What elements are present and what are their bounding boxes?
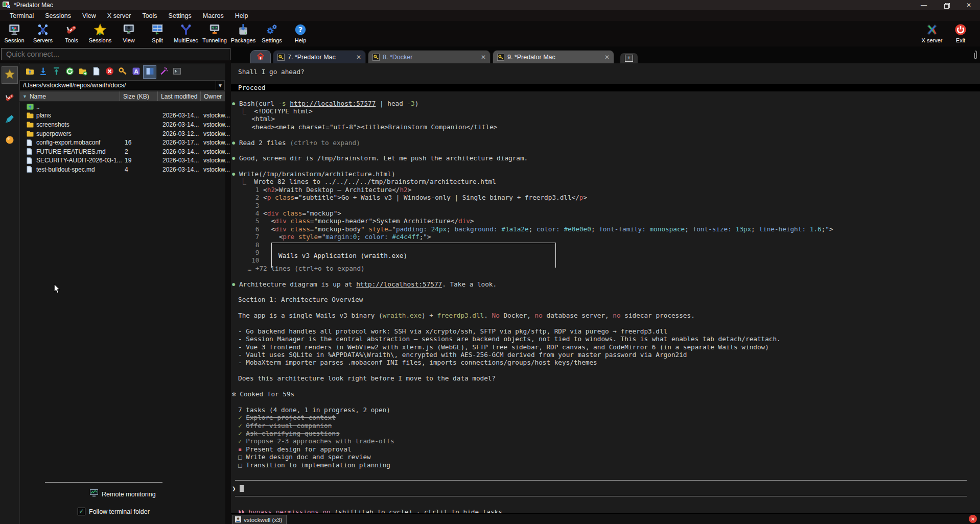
- file-size: 4: [125, 166, 128, 173]
- toolbar-settings-button[interactable]: Settings: [258, 21, 286, 46]
- menu-item-settings[interactable]: Settings: [163, 10, 197, 21]
- paperclip-icon[interactable]: [972, 50, 978, 62]
- terminal-line: □ Transition to implementation planning: [231, 461, 980, 469]
- file-row-screenshots[interactable]: screenshots2026-03-14...vstockw...: [19, 120, 225, 129]
- macros-pen-icon: [4, 117, 15, 126]
- toolbar-multiexec-button[interactable]: MultiExec: [172, 21, 200, 46]
- close-button[interactable]: ✕: [958, 0, 980, 10]
- follow-terminal-checkbox[interactable]: ✓: [78, 508, 85, 515]
- menu-item-macros[interactable]: Macros: [197, 10, 229, 21]
- multiexec-icon: [179, 22, 193, 37]
- terminal-line: 6 <div class="mockup-body" style="paddin…: [231, 225, 980, 233]
- toolbar-packages-button[interactable]: Packages: [229, 21, 258, 46]
- terminal-small-button[interactable]: [171, 66, 183, 78]
- toolbar-sessions-button[interactable]: Sessions: [86, 21, 114, 46]
- quick-connect-input[interactable]: [1, 48, 230, 60]
- toolbar-servers-button[interactable]: Servers: [29, 21, 57, 46]
- terminal-pane[interactable]: Shall I go ahead?Proceed⏺ Bash(curl -s h…: [231, 63, 980, 513]
- sidebar-item-tools[interactable]: [4, 92, 15, 105]
- minimize-button[interactable]: —: [913, 0, 935, 10]
- toolbar-exit-button[interactable]: Exit: [946, 21, 975, 46]
- path-input[interactable]: [20, 81, 216, 89]
- file-owner: vstockw...: [203, 130, 230, 137]
- file-row-test-buildout-spec-md[interactable]: test-buildout-spec.md42026-03-14...vstoc…: [19, 165, 225, 174]
- remote-monitoring-item[interactable]: Remote monitoring: [90, 489, 156, 499]
- terminal-line: [231, 304, 980, 312]
- file-row-plans[interactable]: plans2026-03-14...vstockw...: [19, 111, 225, 121]
- maximize-button[interactable]: [935, 0, 958, 10]
- tab-close-icon[interactable]: ✕: [474, 54, 486, 61]
- toolbar-label-x-server: X server: [922, 37, 943, 43]
- file-row-superpowers[interactable]: superpowers2026-03-12...vstockw...: [19, 129, 225, 138]
- toolbar-session-button[interactable]: Session: [0, 21, 29, 46]
- go-up-folder-button[interactable]: [24, 66, 36, 78]
- file-row--[interactable]: ..: [19, 102, 225, 111]
- terminal-line: <head><meta charset="utf-8"><title>Brain…: [231, 123, 980, 131]
- menu-item-terminal[interactable]: Terminal: [4, 10, 39, 21]
- tab-close-icon[interactable]: ✕: [349, 54, 361, 61]
- path-dropdown-button[interactable]: ▼: [216, 81, 224, 90]
- column-header-size[interactable]: Size (KB): [120, 91, 157, 101]
- terminal-line: ✓ Explore project context: [231, 414, 980, 421]
- sidebar-item-macros[interactable]: [4, 113, 15, 127]
- download-icon: [39, 67, 48, 78]
- file-owner: vstockw...: [203, 157, 230, 164]
- toolbar-x-server-button[interactable]: X server: [918, 21, 946, 46]
- alert-close-icon[interactable]: ✕: [969, 515, 977, 523]
- sidebar-item-status[interactable]: [5, 135, 15, 147]
- column-header-owner[interactable]: Owner: [200, 91, 225, 101]
- toolbar-tunneling-button[interactable]: Tunneling: [200, 21, 229, 46]
- sessions-star-icon: [94, 22, 107, 37]
- tab-close-icon[interactable]: ✕: [597, 54, 610, 61]
- key-button[interactable]: [116, 66, 129, 78]
- file-row-security-audit-2026-03-1-[interactable]: SECURITY-AUDIT-2026-03-1...192026-03-14.…: [19, 156, 225, 165]
- delete-button[interactable]: [103, 66, 115, 78]
- file-row-config-export-mobaconf[interactable]: config-export.mobaconf162026-03-17...vst…: [19, 138, 225, 147]
- toolbar-split-button[interactable]: Split: [143, 21, 172, 46]
- wand-icon: [159, 67, 168, 78]
- file-name: screenshots: [36, 121, 69, 128]
- toolbar-help-button[interactable]: ?Help: [286, 21, 315, 46]
- svg-text:A: A: [134, 68, 138, 75]
- follow-terminal-label: Follow terminal folder: [89, 508, 150, 515]
- new-file-button[interactable]: [90, 66, 102, 78]
- terminal-line: - Session Manager is the central abstrac…: [231, 335, 980, 343]
- session-bottom-tab[interactable]: vstockwell (x3): [232, 515, 287, 524]
- file-owner: vstockw...: [203, 112, 230, 119]
- tab-8-docker[interactable]: 8. *Docker✕: [368, 50, 491, 63]
- bottom-status-bar: vstockwell (x3) ✕: [231, 513, 980, 524]
- terminal-line: ⏺ Read 2 files (ctrl+o to expand): [231, 139, 980, 147]
- path-bar: ▼: [19, 80, 225, 90]
- terminal-line: ✓ Ask clarifying questions: [231, 430, 980, 437]
- menu-item-sessions[interactable]: Sessions: [39, 10, 77, 21]
- session-icon: [8, 22, 21, 37]
- new-folder-button[interactable]: [77, 66, 89, 78]
- menu-item-help[interactable]: Help: [229, 10, 254, 21]
- file-row-future-features-md[interactable]: FUTURE-FEATURES.md22026-03-14...vstockw.…: [19, 147, 225, 156]
- tab-home[interactable]: [250, 50, 271, 63]
- file-owner: vstockw...: [203, 139, 230, 146]
- follow-terminal-folder-item[interactable]: ✓ Follow terminal folder: [78, 508, 150, 515]
- menu-item-view[interactable]: View: [77, 10, 102, 21]
- key-icon: [277, 54, 285, 61]
- split-view-button[interactable]: [143, 65, 156, 79]
- new-tab-button[interactable]: +: [620, 53, 638, 63]
- text-editor-button[interactable]: A: [130, 66, 142, 78]
- upload-button[interactable]: [50, 66, 62, 78]
- file-name: plans: [36, 112, 51, 119]
- column-header-name[interactable]: ▼Name: [19, 91, 120, 101]
- wand-button[interactable]: [157, 66, 170, 78]
- terminal-cursor: [240, 485, 244, 492]
- terminal-line: [231, 76, 980, 83]
- toolbar-tools-button[interactable]: Tools: [57, 21, 86, 46]
- tab-7-predator-mac[interactable]: 7. *Predator Mac✕: [273, 50, 366, 63]
- toolbar-view-button[interactable]: View: [114, 21, 143, 46]
- sidebar-item-favorites[interactable]: [2, 66, 18, 84]
- menu-item-x-server[interactable]: X server: [102, 10, 137, 21]
- menu-item-tools[interactable]: Tools: [136, 10, 162, 21]
- column-header-modified[interactable]: Last modified: [157, 91, 200, 101]
- download-button[interactable]: [37, 66, 49, 78]
- refresh-button[interactable]: [63, 66, 76, 78]
- terminal-line: - MobaXterm importer parses .mobaconf IN…: [231, 359, 980, 366]
- tab-9-predator-mac[interactable]: 9. *Predator Mac✕: [493, 50, 614, 63]
